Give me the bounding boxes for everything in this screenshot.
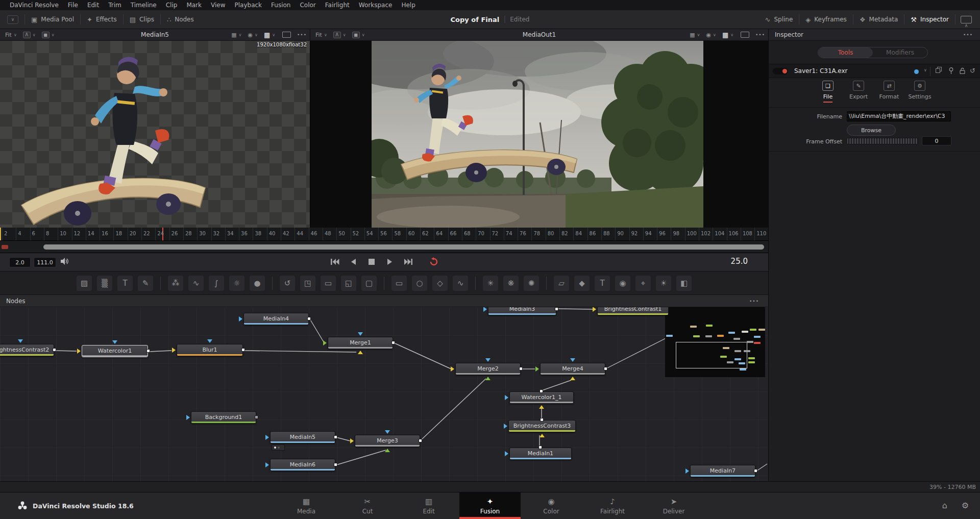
- node-enable-toggle[interactable]: [773, 68, 788, 75]
- fill-select-icon[interactable]: ■: [42, 32, 50, 38]
- inspector-options-button[interactable]: •••: [963, 32, 973, 37]
- subtab-settings[interactable]: ⚙Settings: [904, 81, 935, 103]
- menu-help[interactable]: Help: [397, 2, 420, 9]
- viewer-options-button[interactable]: •••: [755, 32, 765, 37]
- input-port-icon[interactable]: [451, 366, 454, 372]
- menu-clip[interactable]: Clip: [161, 2, 182, 9]
- timeline-ruler[interactable]: 2468101214161820222426283032343638404244…: [0, 228, 768, 241]
- input-port-icon[interactable]: [505, 395, 508, 400]
- page-tab-fairlight[interactable]: ♪Fairlight: [582, 492, 643, 519]
- menu-timeline[interactable]: Timeline: [126, 2, 161, 9]
- crop-icon[interactable]: ▢: [361, 276, 377, 291]
- minimap-viewport[interactable]: [676, 342, 747, 368]
- menu-fusion[interactable]: Fusion: [266, 2, 295, 9]
- input-port-icon[interactable]: [540, 434, 545, 437]
- image-plane-3d-icon[interactable]: ▱: [554, 276, 569, 291]
- lock-icon[interactable]: [960, 67, 965, 76]
- input-port-icon[interactable]: [265, 435, 269, 440]
- input-port-icon[interactable]: [265, 462, 269, 467]
- stop-button[interactable]: [366, 256, 377, 267]
- filename-input[interactable]: \\liu\Emma\台中動畫_render\exr\C3: [847, 111, 951, 121]
- node-mediain5[interactable]: MediaIn5: [270, 431, 335, 443]
- page-tab-media[interactable]: ▦Media: [276, 492, 337, 519]
- step-back-button[interactable]: [348, 256, 359, 267]
- hue-curves-icon[interactable]: ●: [250, 276, 265, 291]
- nodes-options-button[interactable]: •••: [749, 299, 759, 304]
- inspector-button[interactable]: ⚒Inspector: [904, 10, 955, 29]
- output-port-icon[interactable]: [255, 415, 258, 419]
- output-port-icon[interactable]: [53, 348, 56, 352]
- node-color-dot[interactable]: [914, 69, 919, 74]
- paint-icon[interactable]: ✎: [138, 276, 153, 291]
- input-port-icon[interactable]: [570, 377, 575, 380]
- timeline-range-bar[interactable]: [0, 241, 768, 253]
- output-port-icon[interactable]: [540, 418, 544, 422]
- menu-playback[interactable]: Playback: [230, 2, 266, 9]
- viewer-options-button[interactable]: •••: [297, 32, 307, 37]
- ellipse-mask-icon[interactable]: ○: [412, 276, 427, 291]
- text-plus-icon[interactable]: T: [117, 276, 133, 291]
- effects-button[interactable]: ✦Effects: [81, 10, 123, 29]
- frame-format-icon[interactable]: [741, 32, 749, 38]
- play-button[interactable]: [384, 256, 396, 267]
- versions-icon[interactable]: [936, 68, 940, 73]
- background-icon[interactable]: ▨: [77, 276, 92, 291]
- output-port-icon[interactable]: [391, 341, 395, 344]
- ui-layout-toggle[interactable]: ∨: [7, 15, 18, 24]
- output-port-icon[interactable]: [538, 446, 542, 449]
- node-graph-minimap[interactable]: [665, 307, 765, 377]
- input-port-icon[interactable]: [535, 366, 539, 372]
- chevron-down-icon[interactable]: ∨: [924, 68, 927, 72]
- node-merge3[interactable]: Merge3: [355, 435, 420, 447]
- menu-color[interactable]: Color: [295, 2, 320, 9]
- input-port-icon[interactable]: [323, 340, 327, 345]
- node-brightnesscontrast2[interactable]: BrightnessContrast2: [0, 344, 54, 356]
- frame-offset-value[interactable]: 0: [922, 136, 951, 145]
- tab-tools[interactable]: Tools: [818, 47, 873, 58]
- output-port-icon[interactable]: [419, 439, 422, 442]
- node-watercolor1[interactable]: Watercolor1: [82, 345, 148, 357]
- input-port-icon[interactable]: [350, 438, 354, 443]
- particle-render-icon[interactable]: ✺: [524, 276, 539, 291]
- color-curves-icon[interactable]: ∿: [188, 276, 204, 291]
- corner-position-icon[interactable]: ◱: [341, 276, 356, 291]
- settings-gear-icon[interactable]: ⚙: [962, 501, 969, 510]
- camera-3d-icon[interactable]: ⌖: [635, 276, 651, 291]
- out-point-field[interactable]: 111.0: [34, 257, 56, 267]
- bspline-mask-icon[interactable]: ∿: [453, 276, 468, 291]
- node-background1[interactable]: Background1: [191, 411, 256, 424]
- spot-light-icon[interactable]: ☀: [656, 276, 671, 291]
- channel-select-icon[interactable]: A: [333, 32, 341, 38]
- renderer-3d-icon[interactable]: ◧: [676, 276, 692, 291]
- page-tab-cut[interactable]: ✂Cut: [337, 492, 398, 519]
- zoom-select[interactable]: Fit: [315, 32, 322, 38]
- output-port-icon[interactable]: [604, 367, 607, 370]
- node-graph[interactable]: BrightnessContrast2Watercolor1Blur1Media…: [0, 307, 768, 481]
- text-3d-icon[interactable]: T: [595, 276, 610, 291]
- particle-merge-icon[interactable]: ❋: [503, 276, 519, 291]
- menu-davinci-resolve[interactable]: DaVinci Resolve: [5, 2, 63, 9]
- dual-screen-icon[interactable]: [961, 16, 972, 23]
- input-port-icon[interactable]: [18, 339, 23, 343]
- checker-underlay-icon[interactable]: ▦: [264, 31, 270, 39]
- left-viewer[interactable]: 1920x1080xfloat32: [0, 41, 310, 228]
- output-port-icon[interactable]: [146, 349, 150, 353]
- menu-mark[interactable]: Mark: [182, 2, 206, 9]
- menu-view[interactable]: View: [206, 2, 230, 9]
- right-viewer[interactable]: [310, 41, 768, 228]
- node-mediain7[interactable]: MediaIn7: [690, 465, 755, 477]
- nodes-button[interactable]: ∴Nodes: [161, 10, 200, 29]
- zoom-select[interactable]: Fit: [5, 32, 12, 38]
- output-port-icon[interactable]: [241, 348, 245, 352]
- subtab-format[interactable]: ⇄Format: [874, 81, 904, 103]
- node-mediain1[interactable]: MediaIn1: [509, 448, 572, 460]
- menu-edit[interactable]: Edit: [83, 2, 104, 9]
- roi-icon[interactable]: ▦: [690, 32, 695, 38]
- letterbox-icon[interactable]: ▭: [321, 276, 336, 291]
- in-point-field[interactable]: 2.0: [9, 257, 31, 267]
- audio-mute-button[interactable]: [60, 257, 69, 267]
- node-merge1[interactable]: Merge1: [328, 337, 393, 349]
- input-port-icon[interactable]: [505, 451, 508, 456]
- input-port-icon[interactable]: [570, 358, 575, 362]
- node-mediain4[interactable]: MediaIn4: [243, 313, 309, 325]
